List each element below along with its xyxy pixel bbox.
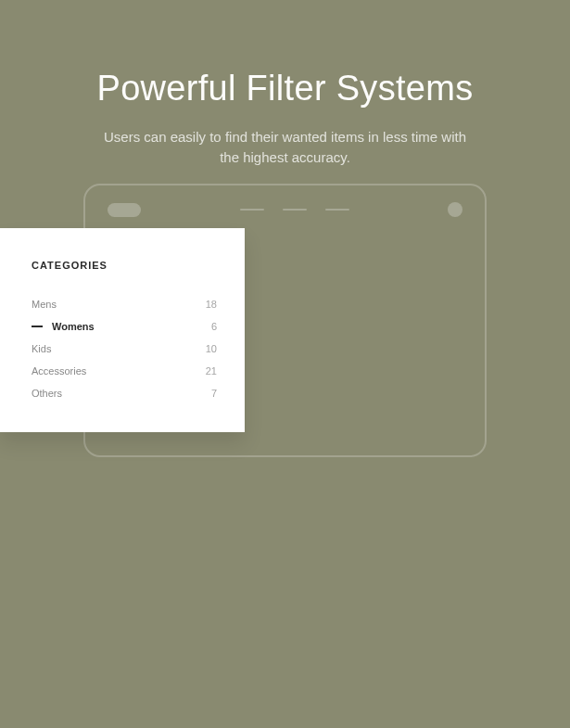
category-row-kids[interactable]: Kids 10 <box>32 338 217 360</box>
hero-section: Powerful Filter Systems Users can easily… <box>0 0 570 168</box>
category-count: 21 <box>206 365 217 377</box>
category-row-others[interactable]: Others 7 <box>32 382 217 404</box>
category-row-mens[interactable]: Mens 18 <box>32 293 217 315</box>
category-label: Kids <box>32 343 206 354</box>
hero-subtitle: Users can easily to find their wanted it… <box>100 127 471 168</box>
browser-mock-dot <box>448 202 462 217</box>
category-label: Mens <box>32 299 206 310</box>
browser-mock-bar <box>108 200 462 219</box>
category-count: 6 <box>211 321 217 332</box>
browser-mock-line <box>283 209 307 211</box>
categories-card: CATEGORIES Mens 18 Womens 6 Kids 10 Acce… <box>0 228 245 432</box>
browser-mock-pill <box>108 203 141 217</box>
category-label: Accessories <box>32 365 206 377</box>
category-row-accessories[interactable]: Accessories 21 <box>32 360 217 382</box>
browser-mock-nav-lines <box>141 209 448 211</box>
category-label: Others <box>32 388 211 399</box>
browser-mock-line <box>240 209 264 211</box>
browser-mock-line <box>325 209 349 211</box>
category-row-womens[interactable]: Womens 6 <box>32 315 217 338</box>
category-count: 7 <box>211 388 217 399</box>
category-label: Womens <box>52 321 211 332</box>
category-count: 10 <box>206 343 217 354</box>
categories-heading: CATEGORIES <box>32 260 217 271</box>
active-dash-icon <box>32 326 43 327</box>
category-count: 18 <box>206 299 217 310</box>
hero-title: Powerful Filter Systems <box>0 69 570 109</box>
